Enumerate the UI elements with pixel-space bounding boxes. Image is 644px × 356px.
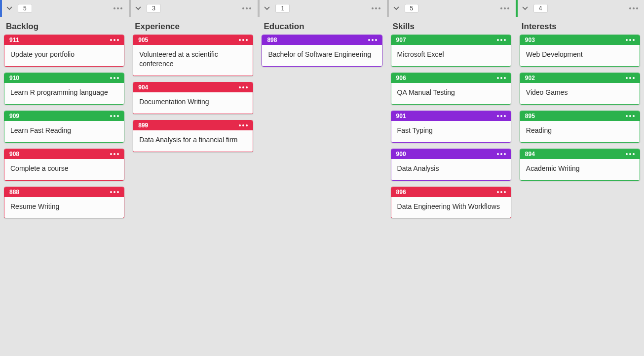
card[interactable]: 906QA Manual Testing — [391, 73, 511, 105]
card[interactable]: 895Reading — [520, 111, 640, 143]
card[interactable]: 888Resume Writing — [4, 187, 124, 219]
card-menu-icon[interactable] — [497, 153, 506, 155]
card-menu-icon[interactable] — [110, 77, 119, 79]
card[interactable]: 908Complete a course — [4, 149, 124, 181]
card-menu-icon[interactable] — [626, 115, 635, 117]
card-header: 909 — [4, 111, 124, 121]
card-header: 908 — [4, 149, 124, 159]
column-header: 1 — [258, 0, 386, 17]
card-id: 909 — [9, 113, 19, 119]
card-menu-icon[interactable] — [110, 153, 119, 155]
card[interactable]: 907Microsoft Excel — [391, 35, 511, 67]
card-id: 896 — [396, 189, 406, 196]
card-header: 911 — [4, 35, 124, 45]
card-menu-icon[interactable] — [239, 86, 248, 88]
board-column: 5Backlog911Update your portfolio910Learn… — [0, 0, 128, 356]
cards-list: 905Volunteered at a scientific conferenc… — [129, 35, 257, 156]
column-menu-icon[interactable] — [498, 3, 511, 13]
card[interactable]: 911Update your portfolio — [4, 35, 124, 67]
card[interactable]: 894Academic Writing — [520, 149, 640, 181]
card-header: 900 — [391, 149, 511, 159]
column-count-badge: 3 — [147, 4, 161, 13]
card-menu-icon[interactable] — [626, 39, 635, 41]
card-id: 906 — [396, 75, 406, 81]
card-menu-icon[interactable] — [239, 39, 248, 41]
card-text: Learn Fast Reading — [4, 121, 124, 142]
card-id: 905 — [138, 37, 148, 43]
column-title: Experience — [129, 17, 257, 35]
card-id: 888 — [9, 189, 19, 196]
card-id: 904 — [138, 84, 148, 91]
card[interactable]: 910Learn R programming language — [4, 73, 124, 105]
column-count-badge: 4 — [533, 4, 548, 13]
card-id: 898 — [267, 37, 277, 43]
card-text: Microsoft Excel — [391, 45, 511, 66]
column-menu-icon[interactable] — [627, 3, 640, 13]
chevron-down-icon[interactable] — [134, 4, 143, 13]
chevron-down-icon[interactable] — [392, 4, 401, 13]
card-menu-icon[interactable] — [497, 115, 506, 117]
card-text: Complete a course — [4, 159, 124, 180]
card-id: 895 — [525, 113, 535, 119]
board-column: 3Experience905Volunteered at a scientifi… — [129, 0, 257, 356]
card-text: Data Analysis — [391, 159, 511, 180]
card-text: Documentation Writing — [133, 92, 253, 114]
board-column: 4Interests903Web Development902Video Gam… — [516, 0, 644, 356]
card-menu-icon[interactable] — [497, 39, 506, 41]
card[interactable]: 903Web Development — [520, 35, 640, 67]
card-menu-icon[interactable] — [368, 39, 377, 41]
column-menu-icon[interactable] — [112, 3, 124, 13]
card-menu-icon[interactable] — [497, 191, 506, 193]
card-id: 894 — [525, 151, 535, 158]
card-text: Data Engineering With Workflows — [391, 197, 511, 218]
card[interactable]: 899Data Analysis for a financial firm — [133, 120, 253, 152]
card[interactable]: 905Volunteered at a scientific conferenc… — [133, 35, 253, 76]
card[interactable]: 901Fast Typing — [391, 111, 511, 143]
column-menu-icon[interactable] — [370, 3, 382, 13]
card-header: 910 — [4, 73, 124, 83]
card[interactable]: 909Learn Fast Reading — [4, 111, 124, 143]
column-count-badge: 5 — [405, 4, 419, 13]
card-menu-icon[interactable] — [110, 39, 119, 41]
column-title: Education — [258, 17, 386, 35]
card-header: 906 — [391, 73, 511, 83]
card[interactable]: 904Documentation Writing — [133, 82, 253, 114]
card-menu-icon[interactable] — [110, 115, 119, 117]
card[interactable]: 900Data Analysis — [391, 149, 511, 181]
card[interactable]: 896Data Engineering With Workflows — [391, 187, 511, 219]
card[interactable]: 902Video Games — [520, 73, 640, 105]
card-text: Resume Writing — [4, 197, 124, 218]
chevron-down-icon[interactable] — [521, 4, 530, 13]
card-text: Volunteered at a scientific conference — [133, 45, 253, 76]
card[interactable]: 898Bachelor of Software Engineering — [262, 35, 382, 67]
card-header: 888 — [4, 187, 124, 197]
chevron-down-icon[interactable] — [263, 4, 271, 13]
card-text: Fast Typing — [391, 121, 511, 142]
chevron-down-icon[interactable] — [5, 4, 14, 13]
card-id: 903 — [525, 37, 535, 43]
column-title: Backlog — [0, 17, 128, 35]
column-count-badge: 5 — [18, 4, 32, 13]
card-header: 896 — [391, 187, 511, 197]
card-menu-icon[interactable] — [110, 191, 119, 193]
column-menu-icon[interactable] — [240, 3, 253, 13]
card-text: QA Manual Testing — [391, 83, 511, 104]
cards-list: 911Update your portfolio910Learn R progr… — [0, 35, 128, 222]
card-id: 907 — [396, 37, 406, 43]
card-menu-icon[interactable] — [497, 77, 506, 79]
card-menu-icon[interactable] — [626, 77, 635, 79]
card-id: 908 — [9, 151, 19, 158]
card-header: 895 — [520, 111, 640, 121]
card-header: 907 — [391, 35, 511, 45]
card-text: Learn R programming language — [4, 83, 124, 104]
column-header: 4 — [516, 0, 644, 17]
cards-list: 903Web Development902Video Games895Readi… — [516, 35, 644, 185]
card-text: Update your portfolio — [4, 45, 124, 66]
card-id: 901 — [396, 113, 406, 119]
card-menu-icon[interactable] — [626, 153, 635, 155]
card-id: 900 — [396, 151, 406, 158]
column-title: Skills — [387, 17, 515, 35]
column-header: 3 — [129, 0, 257, 17]
card-text: Academic Writing — [520, 159, 640, 180]
card-menu-icon[interactable] — [239, 124, 248, 126]
